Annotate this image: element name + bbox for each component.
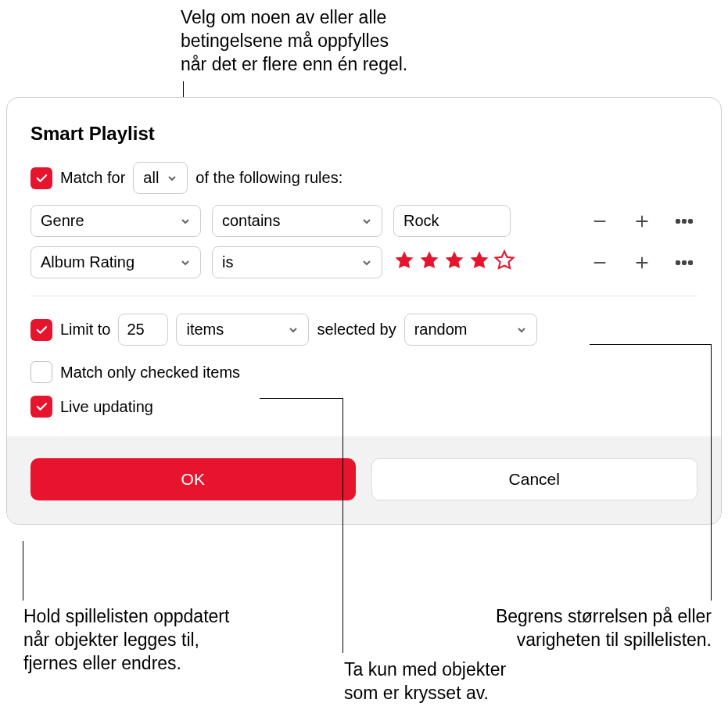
svg-point-2 xyxy=(689,219,692,222)
limit-row: Limit to 25 items selected by random xyxy=(30,314,698,346)
live-updating-row: Live updating xyxy=(30,396,698,418)
callout-bottom-right: Begrens størrelsen på eller varigheten t… xyxy=(375,605,712,652)
match-checked-label: Match only checked items xyxy=(60,364,240,382)
limit-method-select[interactable]: random xyxy=(404,314,537,346)
chevron-down-icon xyxy=(167,173,178,184)
rule-field-value: Album Rating xyxy=(41,253,134,271)
rule-operator-value: contains xyxy=(222,212,281,230)
match-checked-checkbox[interactable] xyxy=(30,361,52,383)
limit-count-input[interactable]: 25 xyxy=(118,314,168,346)
svg-point-5 xyxy=(689,260,692,264)
smart-playlist-dialog: Smart Playlist Match for all of the foll… xyxy=(6,97,722,525)
svg-point-0 xyxy=(676,219,680,222)
star-icon xyxy=(443,249,465,275)
match-label-prefix: Match for xyxy=(60,169,125,187)
rule-row: Album Rating is xyxy=(30,246,698,278)
rule-value-input[interactable]: Rock xyxy=(393,205,511,237)
rule-rating-stars[interactable] xyxy=(393,249,518,275)
rule-more-button[interactable] xyxy=(671,208,698,235)
callout-line-checked-v xyxy=(342,398,343,653)
limit-method-value: random xyxy=(414,321,468,339)
svg-point-4 xyxy=(683,260,686,264)
chevron-down-icon xyxy=(361,257,372,268)
live-updating-checkbox[interactable] xyxy=(30,396,52,418)
add-rule-button[interactable] xyxy=(629,249,655,276)
star-icon xyxy=(418,249,440,275)
check-icon xyxy=(34,323,48,337)
chevron-down-icon xyxy=(180,216,191,227)
divider xyxy=(30,296,698,296)
match-checked-row: Match only checked items xyxy=(30,361,698,383)
plus-icon xyxy=(633,254,651,271)
callout-bottom-mid: Ta kun med objekter som er krysset av. xyxy=(344,658,506,705)
rule-field-value: Genre xyxy=(41,212,84,230)
rule-operator-select[interactable]: contains xyxy=(212,205,382,237)
plus-icon xyxy=(633,213,651,230)
rule-operator-select[interactable]: is xyxy=(212,246,382,278)
svg-point-3 xyxy=(676,260,680,264)
chevron-down-icon xyxy=(180,257,191,268)
dialog-footer: OK Cancel xyxy=(7,436,721,524)
limit-checkbox[interactable] xyxy=(30,319,52,341)
match-mode-value: all xyxy=(143,169,159,187)
callout-line-live xyxy=(23,541,23,601)
rule-more-button[interactable] xyxy=(671,249,698,276)
more-icon xyxy=(676,260,693,265)
chevron-down-icon xyxy=(288,325,299,335)
more-icon xyxy=(676,219,693,224)
add-rule-button[interactable] xyxy=(629,208,655,235)
remove-rule-button[interactable] xyxy=(586,249,613,276)
selected-by-label: selected by xyxy=(317,321,396,339)
minus-icon xyxy=(591,213,608,230)
cancel-button[interactable]: Cancel xyxy=(371,458,698,500)
rule-field-select[interactable]: Genre xyxy=(30,205,201,237)
limit-unit-select[interactable]: items xyxy=(176,314,309,346)
star-outline-icon xyxy=(493,249,515,275)
callout-bottom-left: Hold spillelisten oppdatert når objekter… xyxy=(23,605,229,676)
live-updating-label: Live updating xyxy=(60,398,153,416)
check-icon xyxy=(34,171,48,185)
limit-label: Limit to xyxy=(60,321,110,339)
chevron-down-icon xyxy=(361,216,372,227)
chevron-down-icon xyxy=(516,325,527,335)
callout-top: Velg om noen av eller alle betingelsene … xyxy=(181,6,407,77)
match-checkbox[interactable] xyxy=(30,167,52,189)
callout-line-limit-v xyxy=(711,344,712,601)
check-icon xyxy=(34,400,48,414)
match-label-suffix: of the following rules: xyxy=(195,169,342,187)
ok-button[interactable]: OK xyxy=(30,458,356,500)
callout-line-checked-h xyxy=(260,398,342,399)
star-icon xyxy=(393,249,415,275)
match-mode-select[interactable]: all xyxy=(133,162,188,194)
remove-rule-button[interactable] xyxy=(586,208,613,235)
star-icon xyxy=(468,249,490,275)
dialog-title: Smart Playlist xyxy=(30,123,698,145)
rule-operator-value: is xyxy=(222,253,233,271)
callout-line-limit-h xyxy=(590,344,711,345)
limit-unit-value: items xyxy=(186,321,224,339)
rule-row: Genre contains Rock xyxy=(30,205,698,237)
rule-field-select[interactable]: Album Rating xyxy=(30,246,201,278)
match-row: Match for all of the following rules: xyxy=(30,162,698,194)
minus-icon xyxy=(591,254,608,271)
svg-point-1 xyxy=(683,219,686,222)
